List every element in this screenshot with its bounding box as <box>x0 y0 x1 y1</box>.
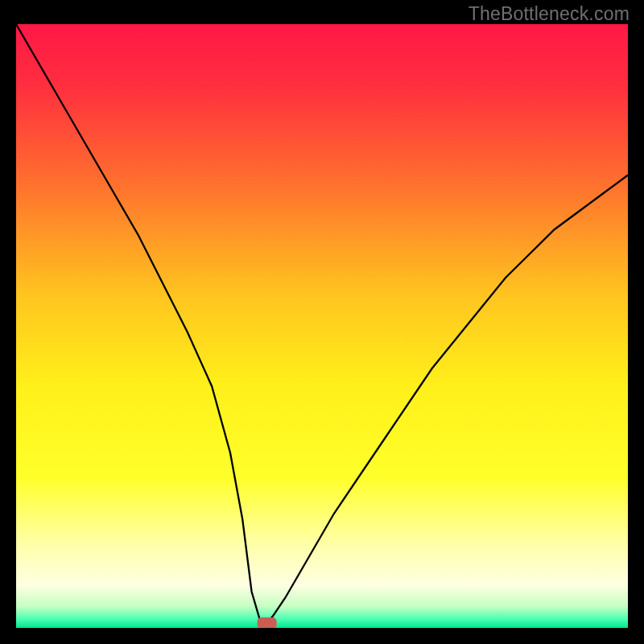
watermark-text: TheBottleneck.com <box>469 3 630 25</box>
gradient-background <box>16 24 628 628</box>
plot-area <box>16 24 628 628</box>
optimal-point-marker <box>258 617 277 628</box>
chart-frame: TheBottleneck.com <box>0 0 644 644</box>
bottleneck-chart <box>16 24 628 628</box>
